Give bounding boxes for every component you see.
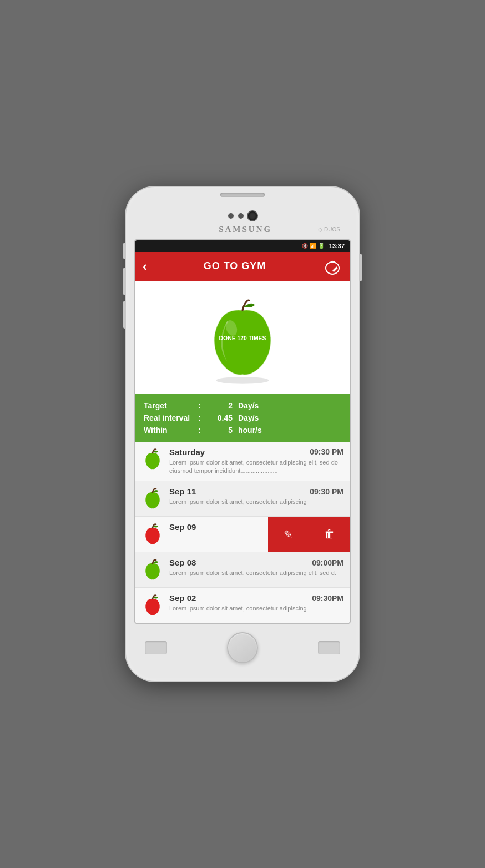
phone-brand-label: SAMSUNG <box>219 225 272 234</box>
list-date-sep11: Sep 11 <box>169 487 196 496</box>
phone-duos-label: ◇ DUOS <box>318 226 340 233</box>
list-desc-sep11: Lorem ipsum dolor sit amet, consectetur … <box>169 498 343 506</box>
app-header: ‹ GO TO GYM <box>135 252 350 281</box>
apple-icon-green <box>142 448 164 471</box>
battery-icon: 🔋 <box>318 243 325 249</box>
svg-point-3 <box>216 377 269 384</box>
speaker-grille <box>220 193 265 197</box>
target-colon: : <box>194 401 205 410</box>
target-unit: Day/s <box>238 401 259 410</box>
phone-frame: SAMSUNG ◇ DUOS 🔇 📶 🔋 13:37 ‹ GO TO GYM <box>126 187 359 682</box>
header-edit-icon[interactable] <box>322 256 342 276</box>
list-desc-sep02: Lorem ipsum dolor sit amet, consectetur … <box>169 604 343 613</box>
apple-icon-red-sep02 <box>142 594 164 617</box>
within-unit: hour/s <box>238 426 262 435</box>
list-content-sep11: Sep 11 09:30 PM Lorem ipsum dolor sit am… <box>169 487 343 506</box>
pencil-icon: ✎ <box>284 528 293 541</box>
list-date-sep09: Sep 09 <box>169 522 196 532</box>
list-content-sep02: Sep 02 09:30PM Lorem ipsum dolor sit ame… <box>169 593 343 613</box>
list-content-sep08: Sep 08 09:00PM Lorem ipsum dolor sit ame… <box>169 558 343 577</box>
list-time-sep02: 09:30PM <box>312 594 343 603</box>
list-time-saturday: 09:30 PM <box>310 447 343 456</box>
apple-icon-green-sep08 <box>142 559 164 581</box>
svg-text:DONE 120 TIMES: DONE 120 TIMES <box>219 335 266 341</box>
list-content-sep09: Sep 09 <box>169 522 268 532</box>
status-time: 13:37 <box>329 243 345 249</box>
stat-row-target: Target : 2 Day/s <box>144 400 341 412</box>
sensor-dot-2 <box>238 213 244 219</box>
list-title-sep11: Sep 11 09:30 PM <box>169 487 343 496</box>
hero-section: DONE 120 TIMES <box>135 281 350 394</box>
stats-section: Target : 2 Day/s Real interval : 0.45 Da… <box>135 394 350 442</box>
status-bar: 🔇 📶 🔋 13:37 <box>135 240 350 252</box>
apple-edit-svg <box>323 257 342 276</box>
status-icons: 🔇 📶 🔋 <box>302 243 325 249</box>
hero-apple: DONE 120 TIMES <box>198 292 287 381</box>
list-title-sep09: Sep 09 <box>169 522 268 532</box>
list-title-sep02: Sep 02 09:30PM <box>169 593 343 603</box>
signal-icon: 📶 <box>310 243 316 249</box>
mute-icon: 🔇 <box>302 243 308 249</box>
real-interval-colon: : <box>194 413 205 422</box>
top-sensors-area <box>134 197 351 224</box>
trash-icon: 🗑 <box>324 528 335 541</box>
sensor-dot <box>228 213 234 219</box>
home-button[interactable] <box>227 632 258 663</box>
power-button[interactable] <box>359 254 362 281</box>
list-title-sep08: Sep 08 09:00PM <box>169 558 343 567</box>
target-value: 2 <box>205 401 233 410</box>
volume-mute-button[interactable] <box>123 243 126 259</box>
delete-button[interactable]: 🗑 <box>309 517 350 552</box>
real-interval-label: Real interval <box>144 413 194 422</box>
list-time-sep08: 09:00PM <box>312 558 343 567</box>
list-item-sep09[interactable]: Sep 09 ✎ 🗑 <box>135 517 350 552</box>
real-interval-unit: Day/s <box>238 413 259 422</box>
phone-bottom-bar <box>134 624 351 665</box>
list-section: Saturday 09:30 PM Lorem ipsum dolor sit … <box>135 442 350 624</box>
stat-row-real-interval: Real interval : 0.45 Day/s <box>144 412 341 424</box>
list-date-sep02: Sep 02 <box>169 593 196 603</box>
apple-icon-red-sep09 <box>142 523 164 546</box>
volume-up-button[interactable] <box>123 268 126 295</box>
list-title-saturday: Saturday 09:30 PM <box>169 447 343 457</box>
list-date-saturday: Saturday <box>169 447 205 457</box>
volume-down-button[interactable] <box>123 301 126 329</box>
back-button[interactable]: ‹ <box>143 259 147 274</box>
list-time-sep11: 09:30 PM <box>310 487 343 496</box>
screen: 🔇 📶 🔋 13:37 ‹ GO TO GYM <box>134 239 351 625</box>
list-date-sep08: Sep 08 <box>169 558 196 567</box>
list-desc-saturday: Lorem ipsum dolor sit amet, consectetur … <box>169 458 343 476</box>
list-item-sep02[interactable]: Sep 02 09:30PM Lorem ipsum dolor sit ame… <box>135 588 350 623</box>
apple-icon-green-sep11 <box>142 488 164 510</box>
list-content-saturday: Saturday 09:30 PM Lorem ipsum dolor sit … <box>169 447 343 476</box>
list-item-sep08[interactable]: Sep 08 09:00PM Lorem ipsum dolor sit ame… <box>135 552 350 588</box>
menu-button[interactable] <box>145 641 167 654</box>
within-value: 5 <box>205 426 233 435</box>
target-label: Target <box>144 401 194 410</box>
list-item[interactable]: Sep 11 09:30 PM Lorem ipsum dolor sit am… <box>135 481 350 517</box>
front-camera <box>248 211 257 220</box>
within-label: Within <box>144 426 194 435</box>
big-apple-svg: DONE 120 TIMES <box>198 292 287 386</box>
back-hardware-button[interactable] <box>318 641 340 654</box>
header-title: GO TO GYM <box>204 260 266 272</box>
list-desc-sep08: Lorem ipsum dolor sit amet, consectetur … <box>169 569 343 577</box>
edit-button[interactable]: ✎ <box>268 517 309 552</box>
real-interval-value: 0.45 <box>205 413 233 422</box>
within-colon: : <box>194 426 205 435</box>
list-item[interactable]: Saturday 09:30 PM Lorem ipsum dolor sit … <box>135 442 350 482</box>
swipe-actions: ✎ 🗑 <box>268 517 350 552</box>
stat-row-within: Within : 5 hour/s <box>144 424 341 436</box>
